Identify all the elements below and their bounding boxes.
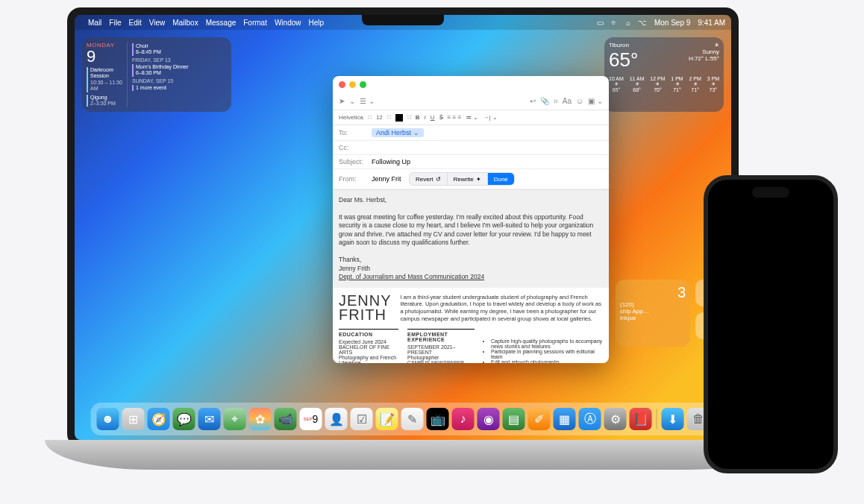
reply-icon[interactable]: ↩︎: [530, 97, 536, 105]
link-icon[interactable]: ⌗: [554, 97, 558, 106]
zoom-button[interactable]: [360, 81, 366, 88]
mail-body-text[interactable]: Dear Ms. Herbst, It was great meeting fo…: [333, 190, 609, 288]
menubar-date[interactable]: Mon Sep 9: [654, 19, 690, 27]
weather-city: Tiburon: [609, 42, 638, 48]
appstore-icon[interactable]: Ⓐ: [579, 408, 601, 430]
launchpad-icon[interactable]: ⊞: [122, 408, 145, 430]
dynamic-island: [752, 187, 789, 198]
resume-bio: I am a third-year student undergraduate …: [401, 294, 603, 323]
weather-hilo: H:72° L:55°: [689, 55, 719, 62]
menu-file[interactable]: File: [109, 19, 121, 27]
dock: ☻ ⊞ 🧭 💬 ✉︎ ⌖ ✿ 📹 SEP9 👤 ☑︎ 📝 ✎ 📺 ♪ ◉ ▤ ✐…: [91, 403, 716, 435]
menu-edit[interactable]: Edit: [128, 19, 141, 27]
weather-hourly: 10 AM☀︎65° 11 AM☀︎68° 12 PM☀︎70° 1 PM☀︎7…: [609, 76, 719, 92]
reminder-item: inique: [620, 315, 686, 321]
bold-button[interactable]: B: [416, 114, 420, 121]
calendar-section-header: SUNDAY, SEP 15: [132, 78, 227, 84]
header-fields-icon[interactable]: ☰ ⌄: [360, 97, 375, 105]
menubar-time[interactable]: 9:41 AM: [698, 19, 725, 27]
weather-condition: Sunny: [689, 48, 719, 55]
settings-icon[interactable]: ⚙︎: [604, 408, 627, 430]
reminder-item: ship App…: [620, 308, 686, 315]
to-label: To:: [339, 129, 367, 136]
window-titlebar[interactable]: [333, 76, 609, 92]
menu-help[interactable]: Help: [309, 19, 325, 27]
resume-education-text: Expected June 2024 BACHELOR OF FINE ARTS…: [339, 339, 398, 363]
maps-icon[interactable]: ⌖: [224, 408, 246, 430]
indent-button[interactable]: →| ⌄: [483, 114, 497, 121]
menu-message[interactable]: Message: [206, 19, 237, 27]
sun-icon: ☀︎: [689, 42, 719, 48]
numbers-icon[interactable]: ▤: [503, 408, 525, 430]
subject-field[interactable]: Following Up: [372, 158, 410, 166]
keynote-icon[interactable]: ▦: [554, 408, 576, 430]
calendar-event: Darkroom Session 10:30 – 11:30 AM: [87, 67, 124, 92]
mail-icon[interactable]: ✉︎: [198, 408, 221, 430]
menu-window[interactable]: Window: [275, 19, 301, 27]
done-button[interactable]: Done: [488, 173, 514, 185]
photo-browser-icon[interactable]: ▣ ⌄: [588, 97, 603, 105]
podcasts-icon[interactable]: ◉: [478, 408, 500, 430]
search-icon[interactable]: ⌕: [626, 19, 630, 27]
cc-label: Cc:: [339, 144, 367, 151]
from-label: From:: [339, 175, 367, 183]
close-button[interactable]: [339, 81, 345, 88]
attach-icon[interactable]: 📎: [540, 97, 549, 105]
control-center-icon[interactable]: ⌥: [638, 19, 647, 27]
messages-icon[interactable]: 💬: [173, 408, 195, 430]
chevron-down-icon[interactable]: ⌄: [349, 97, 355, 105]
align-buttons[interactable]: ≡ ≡ ≡: [448, 114, 461, 121]
menu-view[interactable]: View: [149, 19, 166, 27]
cc-field[interactable]: [372, 144, 603, 151]
send-icon[interactable]: ➤: [339, 97, 345, 105]
font-select[interactable]: Helvetica: [339, 114, 363, 121]
weather-temp: 65°: [609, 48, 638, 72]
color-swatch[interactable]: [395, 114, 403, 122]
revert-button[interactable]: Revert ↺: [410, 173, 447, 185]
recipient-chip[interactable]: Andi Herbst ⌄: [372, 128, 424, 137]
resume-bullets: Capture high-quality photographs to acco…: [483, 338, 603, 363]
pages-icon[interactable]: ✐: [528, 408, 551, 430]
finder-icon[interactable]: ☻: [97, 408, 119, 430]
calendar-event: Choir 8–8:45 PM: [132, 43, 227, 56]
resume-section-header: EMPLOYMENT EXPERIENCE: [407, 329, 475, 342]
font-size-select[interactable]: 12: [376, 114, 383, 121]
list-button[interactable]: ≔ ⌄: [466, 114, 478, 121]
dictionary-icon[interactable]: 📕: [630, 408, 652, 430]
notes-icon[interactable]: 📝: [376, 408, 398, 430]
app-menu[interactable]: Mail: [88, 19, 101, 27]
weather-widget[interactable]: Tiburon 65° ☀︎ Sunny H:72° L:55° 10 AM☀︎…: [604, 37, 724, 112]
underline-button[interactable]: U: [431, 114, 435, 121]
from-field[interactable]: Jenny Frith: [372, 175, 401, 183]
rewrite-button[interactable]: Rewrite ✦: [447, 173, 488, 185]
minimize-button[interactable]: [349, 81, 356, 88]
contacts-icon[interactable]: 👤: [325, 408, 348, 430]
menu-mailbox[interactable]: Mailbox: [172, 19, 198, 27]
wifi-icon[interactable]: ᯤ: [611, 19, 619, 27]
format-icon[interactable]: Aa: [563, 97, 572, 105]
facetime-icon[interactable]: 📹: [275, 408, 297, 430]
reminders-widget[interactable]: 3 (120) ship App… inique: [616, 280, 690, 347]
calendar-icon[interactable]: SEP9: [300, 408, 322, 430]
battery-icon[interactable]: ▭: [597, 19, 604, 27]
resume-attachment[interactable]: JENNY FRITH I am a third-year student un…: [333, 288, 609, 363]
tv-icon[interactable]: 📺: [427, 408, 449, 430]
reminders-count: 3: [620, 284, 686, 301]
freeform-icon[interactable]: ✎: [401, 408, 424, 430]
mail-compose-window: ➤ ⌄ ☰ ⌄ ↩︎ 📎 ⌗ Aa ☺︎ ▣ ⌄ Helvetica ∷ 12 …: [333, 76, 609, 363]
writing-tools-bar: Revert ↺ Rewrite ✦ Done: [409, 172, 515, 186]
resume-section-header: EDUCATION: [339, 329, 398, 337]
music-icon[interactable]: ♪: [452, 408, 475, 430]
reminders-icon[interactable]: ☑︎: [351, 408, 373, 430]
downloads-icon[interactable]: ⬇︎: [662, 408, 684, 430]
safari-icon[interactable]: 🧭: [148, 408, 170, 430]
emoji-icon[interactable]: ☺︎: [576, 97, 583, 105]
calendar-section-header: FRIDAY, SEP 13: [132, 57, 227, 63]
italic-button[interactable]: I: [425, 114, 426, 121]
strike-button[interactable]: S̶: [439, 114, 443, 121]
menu-format[interactable]: Format: [243, 19, 267, 27]
undo-icon: ↺: [436, 176, 441, 183]
calendar-event: Mom's Birthday Dinner 6–8:30 PM: [132, 64, 227, 77]
photos-icon[interactable]: ✿: [249, 408, 272, 430]
calendar-widget[interactable]: MONDAY 9 Darkroom Session 10:30 – 11:30 …: [82, 37, 231, 112]
